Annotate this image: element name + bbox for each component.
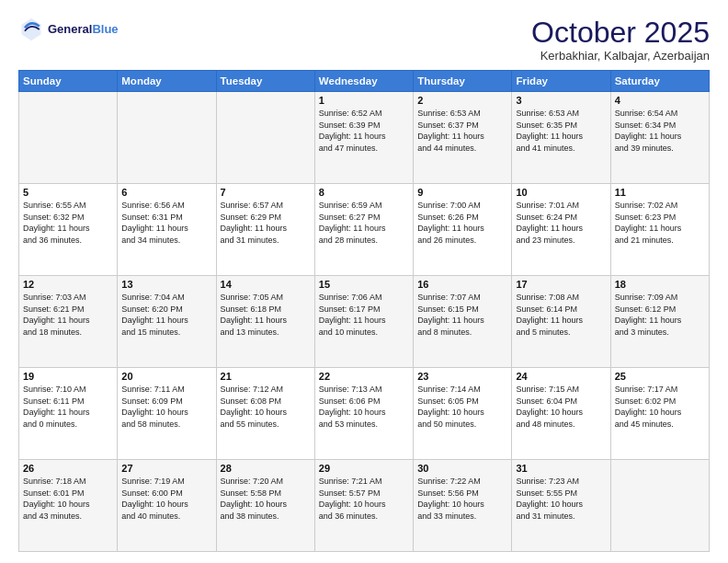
day-info: Sunrise: 7:04 AM Sunset: 6:20 PM Dayligh… [121, 292, 211, 338]
day-number: 26 [23, 463, 113, 474]
calendar-table: SundayMondayTuesdayWednesdayThursdayFrid… [18, 70, 710, 552]
calendar-cell: 14Sunrise: 7:05 AM Sunset: 6:18 PM Dayli… [216, 276, 314, 368]
col-header-saturday: Saturday [610, 71, 709, 92]
day-info: Sunrise: 7:02 AM Sunset: 6:23 PM Dayligh… [615, 200, 705, 246]
calendar-cell: 11Sunrise: 7:02 AM Sunset: 6:23 PM Dayli… [610, 184, 709, 276]
col-header-sunday: Sunday [19, 71, 118, 92]
calendar-cell: 28Sunrise: 7:20 AM Sunset: 5:58 PM Dayli… [216, 460, 314, 552]
header: GeneralBlue October 2025 Kerbakhiar, Kal… [18, 17, 710, 63]
day-info: Sunrise: 7:18 AM Sunset: 6:01 PM Dayligh… [23, 476, 113, 522]
day-number: 28 [221, 463, 311, 474]
day-number: 12 [23, 279, 113, 290]
calendar-cell: 26Sunrise: 7:18 AM Sunset: 6:01 PM Dayli… [19, 460, 118, 552]
calendar-cell: 8Sunrise: 6:59 AM Sunset: 6:27 PM Daylig… [314, 184, 413, 276]
day-info: Sunrise: 7:21 AM Sunset: 5:57 PM Dayligh… [319, 476, 409, 522]
day-info: Sunrise: 6:59 AM Sunset: 6:27 PM Dayligh… [319, 200, 409, 246]
day-info: Sunrise: 7:20 AM Sunset: 5:58 PM Dayligh… [221, 476, 311, 522]
day-number: 3 [516, 95, 606, 106]
calendar-cell: 3Sunrise: 6:53 AM Sunset: 6:35 PM Daylig… [512, 92, 610, 184]
day-number: 24 [516, 371, 606, 382]
month-title: October 2025 [531, 17, 710, 49]
calendar-cell: 15Sunrise: 7:06 AM Sunset: 6:17 PM Dayli… [314, 276, 413, 368]
day-number: 11 [615, 187, 705, 198]
calendar-cell: 2Sunrise: 6:53 AM Sunset: 6:37 PM Daylig… [414, 92, 512, 184]
location-subtitle: Kerbakhiar, Kalbajar, Azerbaijan [531, 49, 710, 63]
calendar-cell: 27Sunrise: 7:19 AM Sunset: 6:00 PM Dayli… [118, 460, 216, 552]
logo-blue: Blue [92, 22, 118, 36]
day-number: 22 [319, 371, 409, 382]
calendar-cell: 7Sunrise: 6:57 AM Sunset: 6:29 PM Daylig… [216, 184, 314, 276]
calendar-cell [216, 92, 314, 184]
calendar-cell: 19Sunrise: 7:10 AM Sunset: 6:11 PM Dayli… [19, 368, 118, 460]
col-header-monday: Monday [118, 71, 216, 92]
calendar-cell: 17Sunrise: 7:08 AM Sunset: 6:14 PM Dayli… [512, 276, 610, 368]
day-info: Sunrise: 7:08 AM Sunset: 6:14 PM Dayligh… [516, 292, 606, 338]
calendar-cell: 21Sunrise: 7:12 AM Sunset: 6:08 PM Dayli… [216, 368, 314, 460]
calendar-cell: 25Sunrise: 7:17 AM Sunset: 6:02 PM Dayli… [610, 368, 709, 460]
calendar-cell [19, 92, 118, 184]
calendar-cell: 10Sunrise: 7:01 AM Sunset: 6:24 PM Dayli… [512, 184, 610, 276]
calendar-cell: 12Sunrise: 7:03 AM Sunset: 6:21 PM Dayli… [19, 276, 118, 368]
calendar-cell: 18Sunrise: 7:09 AM Sunset: 6:12 PM Dayli… [610, 276, 709, 368]
day-number: 7 [221, 187, 311, 198]
page: GeneralBlue October 2025 Kerbakhiar, Kal… [0, 0, 728, 563]
calendar-cell [610, 460, 709, 552]
calendar-cell [118, 92, 216, 184]
day-info: Sunrise: 7:14 AM Sunset: 6:05 PM Dayligh… [417, 384, 507, 430]
calendar-cell: 30Sunrise: 7:22 AM Sunset: 5:56 PM Dayli… [414, 460, 512, 552]
calendar-cell: 22Sunrise: 7:13 AM Sunset: 6:06 PM Dayli… [314, 368, 413, 460]
day-info: Sunrise: 7:07 AM Sunset: 6:15 PM Dayligh… [417, 292, 507, 338]
day-number: 4 [615, 95, 705, 106]
day-info: Sunrise: 6:55 AM Sunset: 6:32 PM Dayligh… [23, 200, 113, 246]
calendar-cell: 24Sunrise: 7:15 AM Sunset: 6:04 PM Dayli… [512, 368, 610, 460]
day-info: Sunrise: 6:57 AM Sunset: 6:29 PM Dayligh… [221, 200, 311, 246]
day-info: Sunrise: 7:23 AM Sunset: 5:55 PM Dayligh… [516, 476, 606, 522]
day-info: Sunrise: 7:15 AM Sunset: 6:04 PM Dayligh… [516, 384, 606, 430]
calendar-cell: 23Sunrise: 7:14 AM Sunset: 6:05 PM Dayli… [414, 368, 512, 460]
day-number: 30 [417, 463, 507, 474]
day-info: Sunrise: 6:52 AM Sunset: 6:39 PM Dayligh… [319, 108, 409, 154]
day-number: 1 [319, 95, 409, 106]
calendar-cell: 5Sunrise: 6:55 AM Sunset: 6:32 PM Daylig… [19, 184, 118, 276]
col-header-tuesday: Tuesday [216, 71, 314, 92]
logo: GeneralBlue [18, 17, 119, 42]
day-info: Sunrise: 7:01 AM Sunset: 6:24 PM Dayligh… [516, 200, 606, 246]
logo-icon [18, 17, 44, 42]
day-number: 29 [319, 463, 409, 474]
calendar-cell: 6Sunrise: 6:56 AM Sunset: 6:31 PM Daylig… [118, 184, 216, 276]
day-number: 21 [221, 371, 311, 382]
day-number: 20 [121, 371, 211, 382]
calendar-cell: 29Sunrise: 7:21 AM Sunset: 5:57 PM Dayli… [314, 460, 413, 552]
day-number: 13 [121, 279, 211, 290]
col-header-friday: Friday [512, 71, 610, 92]
day-info: Sunrise: 7:17 AM Sunset: 6:02 PM Dayligh… [615, 384, 705, 430]
title-block: October 2025 Kerbakhiar, Kalbajar, Azerb… [531, 17, 710, 63]
day-number: 23 [417, 371, 507, 382]
day-number: 10 [516, 187, 606, 198]
day-number: 31 [516, 463, 606, 474]
day-info: Sunrise: 7:22 AM Sunset: 5:56 PM Dayligh… [417, 476, 507, 522]
day-info: Sunrise: 7:19 AM Sunset: 6:00 PM Dayligh… [121, 476, 211, 522]
day-number: 8 [319, 187, 409, 198]
day-info: Sunrise: 6:54 AM Sunset: 6:34 PM Dayligh… [615, 108, 705, 154]
day-number: 19 [23, 371, 113, 382]
day-number: 14 [221, 279, 311, 290]
day-info: Sunrise: 7:10 AM Sunset: 6:11 PM Dayligh… [23, 384, 113, 430]
calendar-cell: 20Sunrise: 7:11 AM Sunset: 6:09 PM Dayli… [118, 368, 216, 460]
calendar-cell: 4Sunrise: 6:54 AM Sunset: 6:34 PM Daylig… [610, 92, 709, 184]
day-number: 5 [23, 187, 113, 198]
day-number: 9 [417, 187, 507, 198]
calendar-cell: 1Sunrise: 6:52 AM Sunset: 6:39 PM Daylig… [314, 92, 413, 184]
day-info: Sunrise: 6:56 AM Sunset: 6:31 PM Dayligh… [121, 200, 211, 246]
day-number: 6 [121, 187, 211, 198]
calendar-cell: 13Sunrise: 7:04 AM Sunset: 6:20 PM Dayli… [118, 276, 216, 368]
day-info: Sunrise: 7:13 AM Sunset: 6:06 PM Dayligh… [319, 384, 409, 430]
day-info: Sunrise: 7:00 AM Sunset: 6:26 PM Dayligh… [417, 200, 507, 246]
day-number: 18 [615, 279, 705, 290]
calendar-cell: 9Sunrise: 7:00 AM Sunset: 6:26 PM Daylig… [414, 184, 512, 276]
calendar-cell: 31Sunrise: 7:23 AM Sunset: 5:55 PM Dayli… [512, 460, 610, 552]
day-number: 2 [417, 95, 507, 106]
logo-text: GeneralBlue [48, 22, 119, 37]
day-number: 15 [319, 279, 409, 290]
col-header-wednesday: Wednesday [314, 71, 413, 92]
